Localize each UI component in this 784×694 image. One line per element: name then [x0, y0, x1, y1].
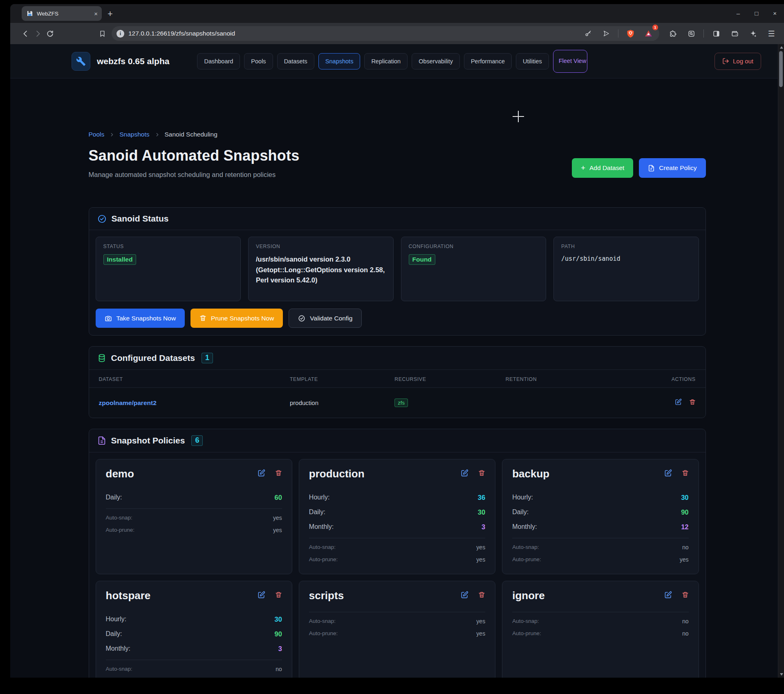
breadcrumb: Pools Snapshots Sanoid Scheduling [89, 131, 706, 138]
browser-window: WebZFS × + – □ × i 127.0.0.1:26619/zfs/s… [10, 4, 784, 678]
policy-name: ignore [512, 589, 544, 602]
breadcrumb-current: Sanoid Scheduling [165, 131, 217, 138]
nav-item-dashboard[interactable]: Dashboard [197, 53, 240, 69]
toolbar-separator [618, 29, 618, 38]
dataset-template: production [290, 399, 318, 406]
delete-dataset-icon[interactable] [689, 399, 696, 405]
search-box-icon[interactable] [685, 27, 697, 40]
scroll-down-icon[interactable] [780, 673, 783, 676]
add-dataset-button[interactable]: + Add Dataset [572, 158, 633, 178]
edit-policy-icon[interactable] [461, 469, 468, 477]
policies-panel-title: Snapshot Policies [111, 436, 185, 446]
nav-item-pools[interactable]: Pools [244, 53, 273, 69]
edit-policy-icon[interactable] [258, 591, 265, 599]
url-text[interactable]: 127.0.0.1:26619/zfs/snapshots/sanoid [128, 30, 578, 37]
logout-icon [722, 58, 729, 65]
configuration-badge: Found [409, 254, 435, 265]
nav-item-observability[interactable]: Observability [412, 53, 460, 69]
menu-icon[interactable]: ☰ [765, 27, 777, 40]
back-icon[interactable] [19, 27, 31, 40]
browser-tab[interactable]: WebZFS × [22, 6, 102, 21]
nav-item-replication[interactable]: Replication [364, 53, 408, 69]
policy-card-backup: backup Hourly:30 Daily:90 Monthly:12 Aut… [502, 459, 699, 574]
nav-item-datasets[interactable]: Datasets [277, 53, 314, 69]
brave-shield-icon[interactable] [624, 27, 636, 40]
column-header-recursive: RECURSIVE [385, 370, 495, 388]
delete-policy-icon[interactable] [682, 591, 689, 598]
column-header-actions: ACTIONS [644, 370, 706, 388]
edit-dataset-icon[interactable] [675, 398, 682, 405]
delete-policy-icon[interactable] [682, 470, 689, 477]
recursive-badge: zfs [394, 398, 408, 407]
dataset-row: zpoolname/parent2 production zfs [89, 388, 706, 418]
bookmark-icon[interactable] [96, 27, 108, 40]
dataset-name[interactable]: zpoolname/parent2 [99, 399, 157, 406]
delete-policy-icon[interactable] [478, 591, 485, 598]
status-badge: Installed [103, 254, 137, 265]
sidebar-panel-icon[interactable] [710, 27, 722, 40]
forward-icon[interactable] [31, 27, 44, 40]
delete-policy-icon[interactable] [275, 591, 282, 598]
leo-ai-sparkle-icon[interactable] [747, 27, 759, 40]
file-icon [97, 436, 106, 445]
wallet-icon[interactable] [728, 27, 741, 40]
page-scrollbar[interactable] [778, 44, 784, 678]
brave-rewards-icon[interactable]: 1 [642, 27, 654, 40]
nav-item-performance[interactable]: Performance [464, 53, 512, 69]
policies-count-badge: 6 [191, 435, 203, 446]
edit-policy-icon[interactable] [461, 591, 468, 599]
window-minimize-icon[interactable]: – [737, 10, 740, 17]
site-info-icon[interactable]: i [116, 30, 124, 38]
breadcrumb-pools[interactable]: Pools [89, 131, 105, 138]
policy-card-scripts: scripts Auto-snap:yes Auto-prune:yes [299, 581, 495, 678]
policy-card-ignore: ignore Auto-snap:no Auto-prune:no [502, 581, 699, 678]
reload-icon[interactable] [44, 27, 56, 40]
create-policy-button[interactable]: Create Policy [639, 158, 706, 178]
extensions-puzzle-icon[interactable] [667, 27, 679, 40]
configured-datasets-panel: Configured Datasets 1 DATASET TEMPLATE R… [89, 346, 706, 418]
sanoid-status-panel: Sanoid Status STATUS Installed VERSION /… [89, 207, 706, 336]
datasets-table: DATASET TEMPLATE RECURSIVE RETENTION ACT… [89, 370, 706, 418]
camera-icon [105, 315, 112, 322]
address-bar[interactable]: i 127.0.0.1:26619/zfs/snapshots/sanoid 1 [112, 26, 659, 41]
fleet-view-button[interactable]: Fleet View [553, 50, 587, 73]
delete-policy-icon[interactable] [275, 470, 282, 477]
prune-snapshots-button[interactable]: Prune Snapshots Now [190, 309, 283, 328]
delete-policy-icon[interactable] [478, 470, 485, 477]
validate-config-button[interactable]: Validate Config [289, 309, 362, 328]
status-panel-title: Sanoid Status [112, 214, 169, 224]
brand-name: webzfs 0.65 alpha [97, 56, 169, 66]
column-header-retention: RETENTION [496, 370, 644, 388]
policy-name: scripts [309, 589, 344, 602]
floppy-favicon-icon [27, 10, 33, 17]
window-close-icon[interactable]: × [773, 10, 777, 17]
policy-card-hotspare: hotspare Hourly:30 Daily:90 Monthly:3 Au… [96, 581, 292, 678]
nav-item-snapshots[interactable]: Snapshots [318, 53, 361, 69]
policy-name: hotspare [106, 589, 151, 602]
edit-policy-icon[interactable] [664, 591, 672, 599]
new-tab-button[interactable]: + [108, 9, 113, 21]
brand: webzfs 0.65 alpha [72, 52, 169, 71]
take-snapshots-button[interactable]: Take Snapshots Now [96, 309, 185, 328]
edit-policy-icon[interactable] [664, 469, 672, 477]
window-maximize-icon[interactable]: □ [755, 10, 758, 17]
nav-item-utilities[interactable]: Utilities [516, 53, 549, 69]
send-icon[interactable] [600, 27, 612, 40]
scrollbar-thumb[interactable] [779, 51, 783, 87]
datasets-count-badge: 1 [202, 353, 213, 363]
stat-card-version: VERSION /usr/sbin/sanoid version 2.3.0 (… [248, 237, 394, 301]
scroll-up-icon[interactable] [780, 46, 783, 49]
chevron-right-icon [155, 132, 160, 137]
check-circle-icon [97, 214, 107, 224]
tab-close-icon[interactable]: × [94, 10, 98, 17]
database-icon [97, 354, 106, 363]
password-key-icon[interactable] [582, 27, 594, 40]
browser-toolbar: i 127.0.0.1:26619/zfs/snapshots/sanoid 1 [10, 23, 784, 44]
policy-name: demo [106, 468, 134, 480]
policy-card-demo: demo Daily:60 Auto-snap:yes Auto-prune:y… [96, 459, 292, 574]
breadcrumb-snapshots[interactable]: Snapshots [119, 131, 149, 138]
logout-button[interactable]: Log out [715, 53, 761, 70]
tab-strip: WebZFS × + – □ × [10, 4, 784, 23]
edit-policy-icon[interactable] [258, 469, 265, 477]
policy-card-production: production Hourly:36 Daily:30 Monthly:3 … [299, 459, 495, 574]
